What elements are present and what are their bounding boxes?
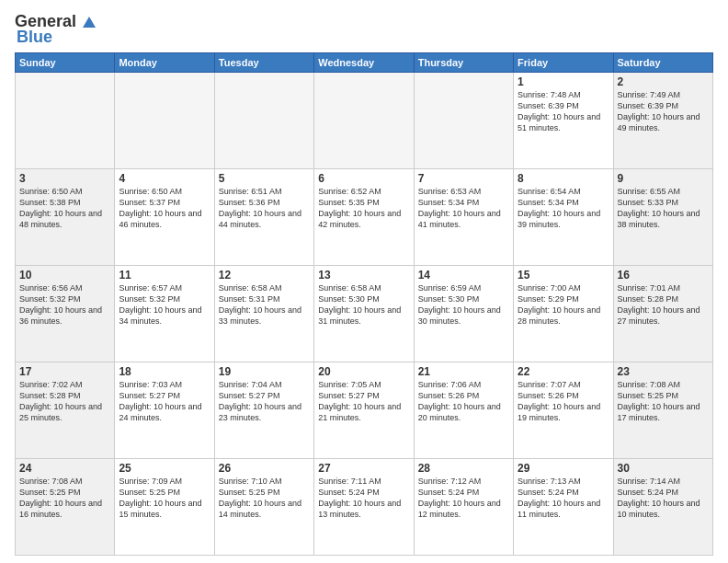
day-info: Sunrise: 7:03 AMSunset: 5:27 PMDaylight:… (119, 379, 210, 424)
day-cell: 25Sunrise: 7:09 AMSunset: 5:25 PMDayligh… (115, 459, 214, 556)
col-header-monday: Monday (115, 53, 214, 73)
day-info: Sunrise: 7:48 AMSunset: 6:39 PMDaylight:… (518, 89, 609, 134)
day-number: 22 (518, 365, 609, 378)
col-header-thursday: Thursday (414, 53, 513, 73)
day-info: Sunrise: 7:08 AMSunset: 5:25 PMDaylight:… (618, 379, 709, 424)
day-cell: 9Sunrise: 6:55 AMSunset: 5:33 PMDaylight… (613, 169, 712, 266)
day-number: 8 (518, 172, 609, 185)
col-header-friday: Friday (514, 53, 613, 73)
day-info: Sunrise: 6:58 AMSunset: 5:31 PMDaylight:… (219, 282, 310, 327)
day-cell: 28Sunrise: 7:12 AMSunset: 5:24 PMDayligh… (414, 459, 513, 556)
day-cell: 14Sunrise: 6:59 AMSunset: 5:30 PMDayligh… (414, 266, 513, 362)
day-number: 9 (618, 172, 709, 185)
day-number: 21 (418, 365, 509, 378)
day-cell (214, 73, 313, 169)
day-info: Sunrise: 6:50 AMSunset: 5:37 PMDaylight:… (119, 186, 210, 231)
day-info: Sunrise: 6:50 AMSunset: 5:38 PMDaylight:… (19, 186, 110, 231)
day-number: 3 (19, 172, 110, 185)
day-cell: 10Sunrise: 6:56 AMSunset: 5:32 PMDayligh… (16, 266, 115, 362)
col-header-sunday: Sunday (16, 53, 115, 73)
day-number: 26 (219, 462, 310, 475)
col-header-wednesday: Wednesday (314, 53, 414, 73)
day-number: 29 (518, 462, 609, 475)
day-info: Sunrise: 6:53 AMSunset: 5:34 PMDaylight:… (418, 186, 509, 231)
day-cell: 2Sunrise: 7:49 AMSunset: 6:39 PMDaylight… (613, 73, 712, 169)
col-header-tuesday: Tuesday (214, 53, 313, 73)
week-row-2: 3Sunrise: 6:50 AMSunset: 5:38 PMDaylight… (16, 169, 713, 266)
day-number: 13 (318, 269, 409, 282)
week-row-3: 10Sunrise: 6:56 AMSunset: 5:32 PMDayligh… (16, 266, 713, 362)
day-number: 15 (518, 269, 609, 282)
day-number: 7 (418, 172, 509, 185)
day-number: 25 (119, 462, 210, 475)
day-number: 30 (618, 462, 709, 475)
day-number: 16 (618, 269, 709, 282)
day-info: Sunrise: 6:54 AMSunset: 5:34 PMDaylight:… (518, 186, 609, 231)
calendar-header-row: SundayMondayTuesdayWednesdayThursdayFrid… (16, 53, 713, 73)
day-number: 28 (418, 462, 509, 475)
day-number: 2 (618, 75, 709, 88)
day-info: Sunrise: 7:49 AMSunset: 6:39 PMDaylight:… (618, 89, 709, 134)
day-cell (314, 73, 414, 169)
day-cell: 13Sunrise: 6:58 AMSunset: 5:30 PMDayligh… (314, 266, 414, 362)
day-info: Sunrise: 6:55 AMSunset: 5:33 PMDaylight:… (618, 186, 709, 231)
day-number: 11 (119, 269, 210, 282)
day-number: 4 (119, 172, 210, 185)
day-info: Sunrise: 7:05 AMSunset: 5:27 PMDaylight:… (318, 379, 409, 424)
day-info: Sunrise: 7:00 AMSunset: 5:29 PMDaylight:… (518, 282, 609, 327)
day-info: Sunrise: 6:59 AMSunset: 5:30 PMDaylight:… (418, 282, 509, 327)
week-row-5: 24Sunrise: 7:08 AMSunset: 5:25 PMDayligh… (16, 459, 713, 556)
day-info: Sunrise: 6:58 AMSunset: 5:30 PMDaylight:… (318, 282, 409, 327)
day-cell: 1Sunrise: 7:48 AMSunset: 6:39 PMDaylight… (514, 73, 613, 169)
day-number: 10 (19, 269, 110, 282)
week-row-1: 1Sunrise: 7:48 AMSunset: 6:39 PMDaylight… (16, 73, 713, 169)
day-cell: 27Sunrise: 7:11 AMSunset: 5:24 PMDayligh… (314, 459, 414, 556)
col-header-saturday: Saturday (613, 53, 712, 73)
day-cell: 19Sunrise: 7:04 AMSunset: 5:27 PMDayligh… (214, 362, 313, 459)
day-info: Sunrise: 7:11 AMSunset: 5:24 PMDaylight:… (318, 476, 409, 521)
logo-blue: Blue (17, 28, 52, 47)
day-number: 17 (19, 365, 110, 378)
day-cell: 30Sunrise: 7:14 AMSunset: 5:24 PMDayligh… (613, 459, 712, 556)
day-number: 18 (119, 365, 210, 378)
day-cell: 21Sunrise: 7:06 AMSunset: 5:26 PMDayligh… (414, 362, 513, 459)
day-number: 19 (219, 365, 310, 378)
day-cell: 20Sunrise: 7:05 AMSunset: 5:27 PMDayligh… (314, 362, 414, 459)
day-number: 23 (618, 365, 709, 378)
day-cell: 8Sunrise: 6:54 AMSunset: 5:34 PMDaylight… (514, 169, 613, 266)
day-info: Sunrise: 6:51 AMSunset: 5:36 PMDaylight:… (219, 186, 310, 231)
day-number: 14 (418, 269, 509, 282)
day-cell: 12Sunrise: 6:58 AMSunset: 5:31 PMDayligh… (214, 266, 313, 362)
day-cell: 5Sunrise: 6:51 AMSunset: 5:36 PMDaylight… (214, 169, 313, 266)
day-info: Sunrise: 6:57 AMSunset: 5:32 PMDaylight:… (119, 282, 210, 327)
header: General Blue (15, 11, 713, 47)
day-info: Sunrise: 7:12 AMSunset: 5:24 PMDaylight:… (418, 476, 509, 521)
day-number: 6 (318, 172, 409, 185)
calendar-table: SundayMondayTuesdayWednesdayThursdayFrid… (15, 52, 713, 556)
day-number: 24 (19, 462, 110, 475)
day-cell: 29Sunrise: 7:13 AMSunset: 5:24 PMDayligh… (514, 459, 613, 556)
day-number: 12 (219, 269, 310, 282)
day-cell (16, 73, 115, 169)
svg-marker-0 (83, 17, 96, 28)
day-cell: 4Sunrise: 6:50 AMSunset: 5:37 PMDaylight… (115, 169, 214, 266)
day-number: 5 (219, 172, 310, 185)
page: General Blue SundayMondayTuesdayWednesda… (0, 0, 728, 563)
day-cell: 18Sunrise: 7:03 AMSunset: 5:27 PMDayligh… (115, 362, 214, 459)
day-info: Sunrise: 7:02 AMSunset: 5:28 PMDaylight:… (19, 379, 110, 424)
day-info: Sunrise: 7:10 AMSunset: 5:25 PMDaylight:… (219, 476, 310, 521)
day-info: Sunrise: 6:52 AMSunset: 5:35 PMDaylight:… (318, 186, 409, 231)
week-row-4: 17Sunrise: 7:02 AMSunset: 5:28 PMDayligh… (16, 362, 713, 459)
day-number: 1 (518, 75, 609, 88)
day-info: Sunrise: 7:08 AMSunset: 5:25 PMDaylight:… (19, 476, 110, 521)
logo-triangle-icon (79, 11, 99, 31)
day-cell (414, 73, 513, 169)
day-info: Sunrise: 7:06 AMSunset: 5:26 PMDaylight:… (418, 379, 509, 424)
day-number: 20 (318, 365, 409, 378)
day-info: Sunrise: 7:14 AMSunset: 5:24 PMDaylight:… (618, 476, 709, 521)
day-info: Sunrise: 7:09 AMSunset: 5:25 PMDaylight:… (119, 476, 210, 521)
day-cell: 26Sunrise: 7:10 AMSunset: 5:25 PMDayligh… (214, 459, 313, 556)
day-info: Sunrise: 7:13 AMSunset: 5:24 PMDaylight:… (518, 476, 609, 521)
day-cell: 3Sunrise: 6:50 AMSunset: 5:38 PMDaylight… (16, 169, 115, 266)
day-info: Sunrise: 7:07 AMSunset: 5:26 PMDaylight:… (518, 379, 609, 424)
